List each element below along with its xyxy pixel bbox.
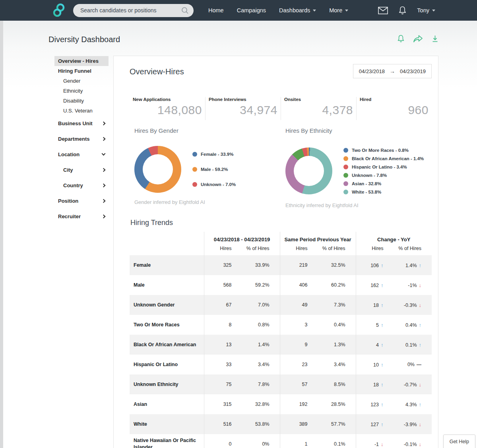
page-actions (397, 34, 439, 43)
gender-legend: Female - 33.9%Male - 59.2%Unknown - 7.0% (192, 147, 236, 192)
ethnicity-legend: Two Or More Races - 0.8%Black Or African… (343, 146, 424, 196)
sidebar-item-overview-hires[interactable]: Overview - Hires (54, 56, 109, 66)
filter-city[interactable]: City (54, 162, 109, 178)
eightfold-logo-icon[interactable] (52, 3, 65, 17)
date-range-picker[interactable]: 04/23/2018 04/23/2019 (353, 64, 432, 78)
sidebar-item-u-s-veteran[interactable]: U.S. Veteran (54, 106, 109, 116)
table-cell: 8 (204, 315, 242, 335)
row-label: Asian (130, 394, 204, 414)
table-cell-change: -3.9%↓ (394, 414, 432, 434)
filter-country[interactable]: Country (54, 178, 109, 193)
table-cell-change: -1%↓ (394, 275, 432, 295)
table-cell-change: 106↑ (356, 255, 394, 275)
table-group-header-row: 04/23/2018 - 04/23/2019 Same Period Prev… (130, 232, 432, 243)
table-cell: 7.0% (242, 295, 280, 315)
page: Diversity Dashboard (3, 21, 477, 448)
arrow-up-icon: ↑ (419, 322, 422, 328)
legend-item-female[interactable]: Female - 33.9% (192, 147, 236, 162)
legend-dot-icon (343, 148, 348, 153)
hiring-trends-table: 04/23/2018 - 04/23/2019 Same Period Prev… (130, 232, 432, 448)
table-sub-header-row: Hires % of Hires Hires % of Hires Hires … (130, 243, 432, 255)
sidebar-item-disability[interactable]: Disability (54, 96, 109, 106)
arrow-up-icon: ↑ (381, 382, 384, 388)
filter-business-unit[interactable]: Business Unit (54, 116, 109, 131)
legend-item-unknown[interactable]: Unknown - 7.8% (343, 171, 424, 179)
legend-item-male[interactable]: Male - 59.2% (192, 162, 236, 177)
app-window: HomeCampaignsDashboardsMore Tony (0, 0, 477, 448)
nav-link-home[interactable]: Home (208, 7, 224, 14)
table-cell: 49 (280, 295, 318, 315)
metric-label: Phone Interviews (209, 97, 277, 102)
legend-item-hispanic-or-latino[interactable]: Hispanic Or Latino - 3.4% (343, 163, 424, 171)
filter-location[interactable]: Location (54, 147, 109, 162)
table-cell: 23 (280, 355, 318, 374)
search-icon[interactable] (181, 7, 189, 14)
dash-icon: — (417, 362, 421, 367)
share-icon[interactable] (413, 34, 423, 43)
table-row: Hispanic Or Latino333.4%233.4%10↑0%— (130, 355, 432, 374)
get-help-button[interactable]: Get Help (443, 434, 475, 448)
download-icon[interactable] (431, 35, 439, 43)
legend-item-white[interactable]: White - 53.8% (343, 188, 424, 196)
arrow-up-icon: ↑ (419, 401, 422, 407)
nav-link-more[interactable]: More (329, 7, 348, 14)
chevron-down-icon (102, 152, 106, 156)
table-cell: 60.2% (318, 275, 356, 295)
legend-item-asian[interactable]: Asian - 32.8% (343, 179, 424, 188)
table-cell: 28.5% (318, 394, 356, 414)
table-cell-change: 0.1%↑ (394, 335, 432, 355)
chevron-down-icon (432, 10, 435, 12)
sidebar-item-gender[interactable]: Gender (54, 76, 109, 86)
table-cell-change: 123↑ (356, 394, 394, 414)
metric-label: Hired (360, 97, 429, 102)
gender-chart-note: Gender inferred by Eightfold AI (134, 199, 281, 205)
alerts-bell-icon[interactable] (397, 35, 405, 43)
page-title: Diversity Dashboard (48, 35, 120, 44)
charts-row: Hires By Gender Female - 33.9%Male - 59.… (130, 127, 432, 208)
arrow-down-icon: ↓ (419, 282, 422, 288)
global-search[interactable] (73, 4, 194, 17)
mail-icon[interactable] (378, 7, 388, 14)
notifications-bell-icon[interactable] (398, 6, 407, 15)
legend-item-two-or-more-races[interactable]: Two Or More Races - 0.8% (343, 146, 424, 154)
chevron-down-icon (345, 10, 348, 12)
metric-value: 34,974 (209, 103, 277, 117)
sidebar-item-ethnicity[interactable]: Ethnicity (54, 86, 109, 96)
gender-donut-chart[interactable] (134, 146, 181, 193)
page-header: Diversity Dashboard (3, 21, 477, 56)
filter-label: City (63, 167, 73, 173)
row-label: Male (130, 275, 204, 295)
col-pct-hires: % of Hires (242, 243, 280, 255)
search-input[interactable] (80, 7, 181, 14)
table-cell-change: 5↑ (356, 315, 394, 335)
navbar-right: Tony (378, 6, 435, 15)
table-row: Unknown Ethnicity757.8%578.5%18↑-0.7%↓ (130, 374, 432, 394)
filter-position[interactable]: Position (54, 193, 109, 209)
sidebar-item-hiring-funnel[interactable]: Hiring Funnel (54, 66, 109, 76)
arrow-up-icon: ↑ (381, 401, 384, 407)
table-cell: 389 (280, 414, 318, 434)
metric-hired: Hired960 (356, 97, 432, 120)
filter-label: Business Unit (58, 120, 93, 126)
metric-value: 4,378 (284, 103, 353, 117)
date-from: 04/23/2018 (359, 68, 385, 74)
user-menu[interactable]: Tony (417, 7, 435, 14)
table-cell-change: -0.1%↓ (394, 434, 432, 448)
filter-departments[interactable]: Departments (54, 131, 109, 147)
nav-link-dashboards[interactable]: Dashboards (279, 7, 316, 14)
table-cell: 7.3% (318, 295, 356, 315)
sidebar: Overview - HiresHiring FunnelGenderEthni… (3, 56, 113, 224)
metric-label: Onsites (284, 97, 353, 102)
table-cell: 3.4% (318, 355, 356, 374)
gender-chart-title: Hires By Gender (134, 127, 281, 134)
table-cell: 57.7% (318, 414, 356, 434)
arrow-up-icon: ↑ (381, 421, 384, 427)
legend-dot-icon (343, 165, 348, 169)
ethnicity-donut-chart[interactable] (285, 147, 332, 194)
filter-recruiter[interactable]: Recruiter (54, 209, 109, 224)
legend-item-unknown[interactable]: Unknown - 7.0% (192, 177, 236, 192)
table-cell: 13 (204, 335, 242, 355)
legend-dot-icon (343, 173, 348, 178)
legend-item-black-or-african-american[interactable]: Black Or African American - 1.4% (343, 154, 424, 163)
nav-link-campaigns[interactable]: Campaigns (237, 7, 266, 14)
